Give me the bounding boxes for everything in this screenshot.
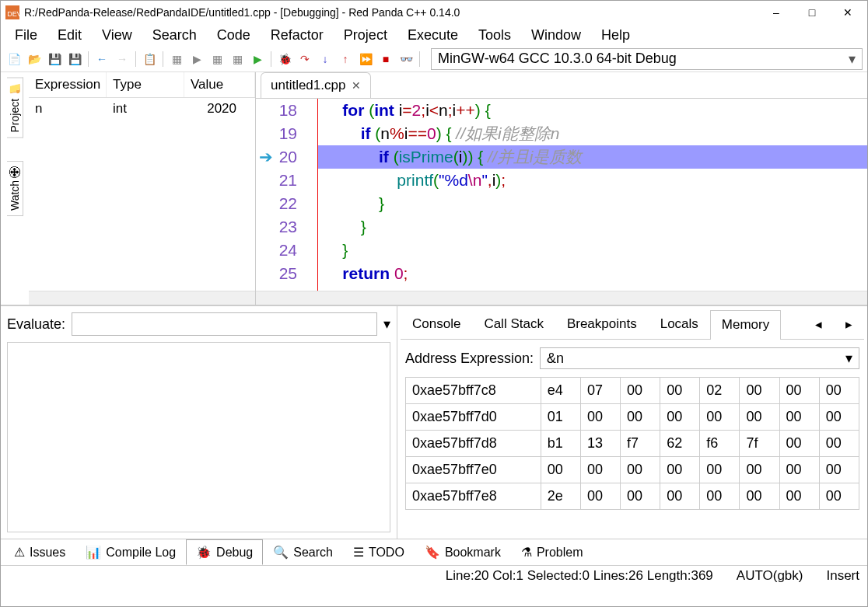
memory-byte: 07	[580, 378, 620, 404]
editor-tab-bar: untitled1.cpp ✕	[256, 72, 867, 99]
btab-todo[interactable]: ☰ TODO	[343, 539, 415, 565]
status-bar: Line:20 Col:1 Selected:0 Lines:26 Length…	[1, 565, 867, 585]
maximize-button[interactable]: □	[794, 1, 830, 24]
new-file-icon[interactable]: 📄	[5, 51, 23, 68]
step-into-icon[interactable]: ↓	[317, 51, 334, 68]
memory-byte: 00	[779, 483, 819, 510]
compiler-select[interactable]: MinGW-w64 GCC 10.3.0 64-bit Debug ▾	[431, 48, 863, 70]
tab-console[interactable]: Console	[401, 309, 472, 339]
memory-byte: 00	[660, 483, 700, 510]
rebuild-icon[interactable]: ▦	[229, 51, 246, 68]
memory-row[interactable]: 0xae57bff7e82e00000000000000	[406, 483, 859, 510]
editor-tab[interactable]: untitled1.cpp ✕	[261, 72, 371, 98]
memory-byte: b1	[541, 431, 580, 457]
run-icon[interactable]: ▶	[188, 51, 205, 68]
memory-byte: 00	[700, 404, 740, 431]
menu-file[interactable]: File	[9, 26, 44, 45]
minimize-button[interactable]: –	[758, 1, 794, 24]
window-title: R:/RedPanda-Release/RedPandaIDE/untitled…	[24, 6, 758, 19]
watch-scrollbar[interactable]	[29, 291, 255, 305]
menu-help[interactable]: Help	[595, 26, 636, 45]
check-icon[interactable]: 📋	[141, 51, 158, 68]
evaluate-input[interactable]	[72, 312, 377, 336]
evaluate-output	[7, 342, 390, 532]
tab-breakpoints[interactable]: Breakpoints	[555, 309, 649, 339]
memory-row[interactable]: 0xae57bff7e00000000000000000	[406, 457, 859, 483]
memory-byte: 7f	[740, 431, 779, 457]
bug-icon[interactable]: 🐞	[276, 51, 293, 68]
memory-byte: 00	[660, 378, 700, 404]
memory-byte: 00	[700, 457, 740, 483]
menu-window[interactable]: Window	[525, 26, 587, 45]
menu-code[interactable]: Code	[211, 26, 257, 45]
side-tab-watch[interactable]: Watch 🕀	[7, 161, 23, 216]
btab-issues[interactable]: ⚠ Issues	[4, 539, 75, 565]
tab-memory[interactable]: Memory	[710, 310, 781, 340]
memory-row[interactable]: 0xae57bff7d00100000000000000	[406, 404, 859, 431]
memory-byte: 00	[779, 431, 819, 457]
save-icon[interactable]: 💾	[46, 51, 63, 68]
menu-view[interactable]: View	[96, 26, 138, 45]
tab-locals[interactable]: Locals	[649, 309, 710, 339]
side-tab-strip: Project 📁 Watch 🕀	[1, 72, 29, 305]
code-editor[interactable]: 18 19 20 21 22 23 24 25 for (int i=2;i<n…	[256, 99, 867, 291]
compile-icon[interactable]: ▦	[168, 51, 185, 68]
side-tab-project[interactable]: Project 📁	[7, 77, 23, 138]
watch-col-expression[interactable]: Expression	[29, 72, 107, 97]
menu-execute[interactable]: Execute	[401, 26, 464, 45]
watch-row[interactable]: n int 2020	[29, 98, 255, 120]
dropdown-icon[interactable]: ▾	[383, 316, 390, 333]
menu-tools[interactable]: Tools	[472, 26, 517, 45]
memory-byte: 00	[621, 404, 660, 431]
memory-address: 0xae57bff7e0	[406, 457, 541, 483]
menu-project[interactable]: Project	[338, 26, 394, 45]
tab-nav-left-icon[interactable]: ◂	[803, 309, 834, 339]
tab-nav-right-icon[interactable]: ▸	[834, 309, 864, 339]
menu-refactor[interactable]: Refactor	[264, 26, 330, 45]
continue-icon[interactable]: ⏩	[357, 51, 374, 68]
memory-byte: 00	[621, 457, 660, 483]
editor-scrollbar[interactable]	[256, 291, 867, 305]
watch-value: 2020	[184, 98, 255, 120]
watch-header: Expression Type Value	[29, 72, 255, 98]
btab-problem[interactable]: ⚗ Problem	[511, 539, 593, 565]
glasses-icon[interactable]: 👓	[397, 51, 415, 68]
bottom-tab-bar: ⚠ Issues 📊 Compile Log 🐞 Debug 🔍 Search …	[1, 539, 867, 565]
watch-col-value[interactable]: Value	[184, 72, 255, 97]
status-encoding: AUTO(gbk)	[737, 568, 803, 584]
watch-col-type[interactable]: Type	[107, 72, 184, 97]
tab-filename: untitled1.cpp	[271, 78, 345, 93]
forward-icon[interactable]: →	[114, 51, 131, 68]
btab-compile-log[interactable]: 📊 Compile Log	[75, 539, 186, 565]
menu-edit[interactable]: Edit	[51, 26, 88, 45]
dropdown-icon: ▾	[845, 350, 852, 367]
memory-byte: 00	[819, 378, 859, 404]
code-lines[interactable]: for (int i=2;i<n;i++) { if (n%i==0) { //…	[318, 99, 867, 291]
memory-row[interactable]: 0xae57bff7c8e407000002000000	[406, 378, 859, 404]
back-icon[interactable]: ←	[93, 51, 110, 68]
tab-callstack[interactable]: Call Stack	[472, 309, 555, 339]
tab-close-icon[interactable]: ✕	[352, 79, 361, 92]
save-all-icon[interactable]: 💾	[66, 51, 83, 68]
memory-row[interactable]: 0xae57bff7d8b113f762f67f0000	[406, 431, 859, 457]
address-value: &n	[547, 351, 564, 367]
step-over-icon[interactable]: ↷	[296, 51, 313, 68]
memory-byte: f6	[700, 431, 740, 457]
memory-byte: 13	[580, 431, 620, 457]
memory-byte: e4	[541, 378, 580, 404]
btab-bookmark[interactable]: 🔖 Bookmark	[415, 539, 511, 565]
step-out-icon[interactable]: ↑	[337, 51, 354, 68]
close-button[interactable]: ✕	[830, 1, 866, 24]
compile-run-icon[interactable]: ▦	[208, 51, 226, 68]
menu-search[interactable]: Search	[146, 26, 203, 45]
stop-icon[interactable]: ■	[377, 51, 394, 68]
line-gutter: 18 19 20 21 22 23 24 25	[256, 99, 318, 291]
btab-debug[interactable]: 🐞 Debug	[186, 539, 263, 565]
open-icon[interactable]: 📂	[26, 51, 43, 68]
address-input[interactable]: &n ▾	[540, 347, 859, 369]
btab-search[interactable]: 🔍 Search	[263, 539, 343, 565]
debug-icon[interactable]: ▶	[249, 51, 266, 68]
memory-byte: 00	[819, 457, 859, 483]
title-bar: DEV R:/RedPanda-Release/RedPandaIDE/unti…	[1, 1, 867, 24]
memory-byte: 00	[700, 483, 740, 510]
